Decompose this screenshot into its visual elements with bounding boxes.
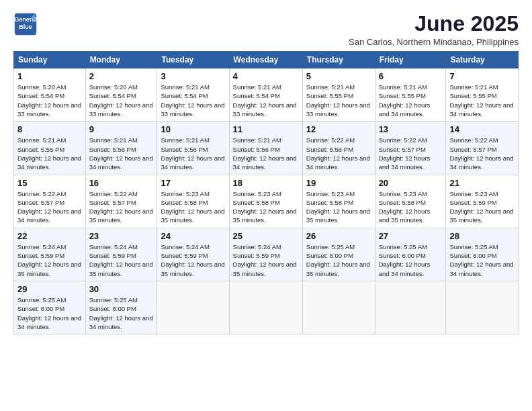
calendar-cell: 16 Sunrise: 5:22 AM Sunset: 5:57 PM Dayl… [85,175,157,228]
day-number: 3 [161,71,225,81]
col-monday: Monday [85,52,157,68]
calendar-cell [446,281,519,334]
calendar-cell: 9 Sunrise: 5:21 AM Sunset: 5:56 PM Dayli… [85,122,157,175]
calendar-cell: 23 Sunrise: 5:24 AM Sunset: 5:59 PM Dayl… [85,228,157,281]
day-number: 15 [17,178,82,188]
location: San Carlos, Northern Mindanao, Philippin… [349,37,519,47]
logo: General Blue [13,12,38,36]
calendar-cell: 10 Sunrise: 5:21 AM Sunset: 5:56 PM Dayl… [157,122,229,175]
day-number: 22 [17,231,82,241]
day-number: 11 [233,124,299,134]
calendar-week-row: 15 Sunrise: 5:22 AM Sunset: 5:57 PM Dayl… [14,175,519,228]
day-info: Sunrise: 5:25 AM Sunset: 6:00 PM Dayligh… [89,295,154,331]
calendar-cell: 8 Sunrise: 5:21 AM Sunset: 5:55 PM Dayli… [14,122,86,175]
day-number: 18 [233,178,299,188]
day-info: Sunrise: 5:25 AM Sunset: 6:00 PM Dayligh… [306,242,371,278]
day-info: Sunrise: 5:21 AM Sunset: 5:54 PM Dayligh… [233,83,299,118]
page: General Blue June 2025 San Carlos, North… [0,0,532,411]
day-number: 7 [449,71,515,81]
day-number: 9 [89,124,154,134]
calendar-cell: 26 Sunrise: 5:25 AM Sunset: 6:00 PM Dayl… [302,228,375,281]
day-info: Sunrise: 5:25 AM Sunset: 6:00 PM Dayligh… [17,295,82,331]
calendar-week-row: 29 Sunrise: 5:25 AM Sunset: 6:00 PM Dayl… [14,281,519,334]
calendar-cell: 24 Sunrise: 5:24 AM Sunset: 5:59 PM Dayl… [157,228,229,281]
calendar-cell: 27 Sunrise: 5:25 AM Sunset: 6:00 PM Dayl… [375,228,446,281]
day-number: 26 [306,231,371,241]
day-info: Sunrise: 5:22 AM Sunset: 5:57 PM Dayligh… [89,189,154,225]
day-number: 14 [449,124,515,134]
day-info: Sunrise: 5:22 AM Sunset: 5:56 PM Dayligh… [306,136,371,171]
calendar-header-row: Sunday Monday Tuesday Wednesday Thursday… [14,52,519,68]
svg-text:Blue: Blue [19,24,32,30]
header: General Blue June 2025 San Carlos, North… [13,12,519,47]
day-info: Sunrise: 5:24 AM Sunset: 5:59 PM Dayligh… [233,242,299,278]
calendar-cell: 4 Sunrise: 5:21 AM Sunset: 5:54 PM Dayli… [229,68,302,122]
day-info: Sunrise: 5:24 AM Sunset: 5:59 PM Dayligh… [89,242,154,278]
calendar-cell [302,281,375,334]
calendar-cell: 21 Sunrise: 5:23 AM Sunset: 5:59 PM Dayl… [446,175,519,228]
calendar-cell: 25 Sunrise: 5:24 AM Sunset: 5:59 PM Dayl… [229,228,302,281]
day-number: 29 [17,284,82,294]
day-number: 8 [17,124,82,134]
calendar-cell: 7 Sunrise: 5:21 AM Sunset: 5:55 PM Dayli… [446,68,519,122]
day-info: Sunrise: 5:21 AM Sunset: 5:55 PM Dayligh… [306,83,371,118]
col-sunday: Sunday [14,52,86,68]
col-wednesday: Wednesday [229,52,302,68]
day-info: Sunrise: 5:20 AM Sunset: 5:54 PM Dayligh… [89,83,154,118]
day-info: Sunrise: 5:23 AM Sunset: 5:58 PM Dayligh… [161,189,225,225]
day-number: 2 [89,71,154,81]
calendar-cell: 17 Sunrise: 5:23 AM Sunset: 5:58 PM Dayl… [157,175,229,228]
calendar-cell: 1 Sunrise: 5:20 AM Sunset: 5:54 PM Dayli… [14,68,86,122]
calendar-cell: 19 Sunrise: 5:23 AM Sunset: 5:58 PM Dayl… [302,175,375,228]
day-info: Sunrise: 5:22 AM Sunset: 5:57 PM Dayligh… [449,136,515,171]
day-number: 5 [306,71,371,81]
col-tuesday: Tuesday [157,52,229,68]
day-number: 19 [306,178,371,188]
calendar-week-row: 1 Sunrise: 5:20 AM Sunset: 5:54 PM Dayli… [14,68,519,122]
day-info: Sunrise: 5:24 AM Sunset: 5:59 PM Dayligh… [161,242,225,278]
day-number: 20 [379,178,443,188]
calendar-cell: 28 Sunrise: 5:25 AM Sunset: 6:00 PM Dayl… [446,228,519,281]
calendar-cell: 22 Sunrise: 5:24 AM Sunset: 5:59 PM Dayl… [14,228,86,281]
day-number: 30 [89,284,154,294]
calendar-cell: 11 Sunrise: 5:21 AM Sunset: 5:56 PM Dayl… [229,122,302,175]
calendar-cell: 18 Sunrise: 5:23 AM Sunset: 5:58 PM Dayl… [229,175,302,228]
day-info: Sunrise: 5:21 AM Sunset: 5:56 PM Dayligh… [233,136,299,171]
day-info: Sunrise: 5:21 AM Sunset: 5:54 PM Dayligh… [161,83,225,118]
calendar-cell: 29 Sunrise: 5:25 AM Sunset: 6:00 PM Dayl… [14,281,86,334]
calendar-cell: 20 Sunrise: 5:23 AM Sunset: 5:58 PM Dayl… [375,175,446,228]
day-info: Sunrise: 5:21 AM Sunset: 5:55 PM Dayligh… [17,136,82,171]
day-info: Sunrise: 5:22 AM Sunset: 5:57 PM Dayligh… [379,136,443,171]
day-info: Sunrise: 5:21 AM Sunset: 5:56 PM Dayligh… [161,136,225,171]
day-info: Sunrise: 5:24 AM Sunset: 5:59 PM Dayligh… [17,242,82,278]
logo-icon: General Blue [13,12,38,36]
day-number: 4 [233,71,299,81]
calendar-cell: 2 Sunrise: 5:20 AM Sunset: 5:54 PM Dayli… [85,68,157,122]
day-info: Sunrise: 5:21 AM Sunset: 5:55 PM Dayligh… [449,83,515,118]
day-number: 10 [161,124,225,134]
calendar-cell [375,281,446,334]
day-number: 24 [161,231,225,241]
calendar-cell [229,281,302,334]
day-number: 12 [306,124,371,134]
col-saturday: Saturday [446,52,519,68]
day-info: Sunrise: 5:23 AM Sunset: 5:58 PM Dayligh… [306,189,371,225]
day-info: Sunrise: 5:21 AM Sunset: 5:55 PM Dayligh… [379,83,443,118]
day-info: Sunrise: 5:22 AM Sunset: 5:57 PM Dayligh… [17,189,82,225]
day-info: Sunrise: 5:23 AM Sunset: 5:59 PM Dayligh… [449,189,515,225]
day-info: Sunrise: 5:23 AM Sunset: 5:58 PM Dayligh… [233,189,299,225]
calendar-cell: 30 Sunrise: 5:25 AM Sunset: 6:00 PM Dayl… [85,281,157,334]
calendar-cell: 5 Sunrise: 5:21 AM Sunset: 5:55 PM Dayli… [302,68,375,122]
calendar-week-row: 8 Sunrise: 5:21 AM Sunset: 5:55 PM Dayli… [14,122,519,175]
day-info: Sunrise: 5:23 AM Sunset: 5:58 PM Dayligh… [379,189,443,225]
day-number: 21 [449,178,515,188]
calendar-table: Sunday Monday Tuesday Wednesday Thursday… [13,51,519,334]
day-info: Sunrise: 5:25 AM Sunset: 6:00 PM Dayligh… [449,242,515,278]
calendar-cell: 14 Sunrise: 5:22 AM Sunset: 5:57 PM Dayl… [446,122,519,175]
day-number: 17 [161,178,225,188]
day-number: 16 [89,178,154,188]
day-number: 25 [233,231,299,241]
day-number: 13 [379,124,443,134]
day-info: Sunrise: 5:21 AM Sunset: 5:56 PM Dayligh… [89,136,154,171]
day-number: 28 [449,231,515,241]
